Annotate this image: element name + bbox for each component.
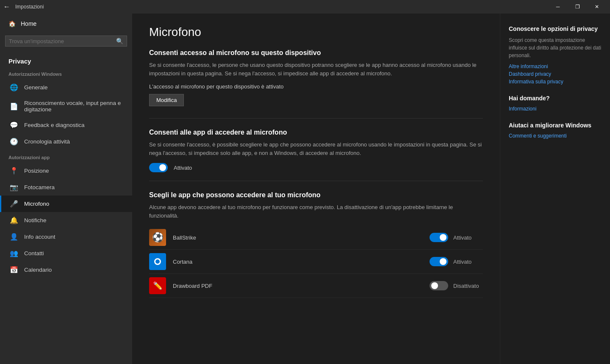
section-app-list: Scegli le app che possono accedere al tu…	[149, 191, 483, 298]
app-access-toggle-row: Attivato	[149, 163, 483, 172]
app-toggle-area-cortana: Attivato	[430, 257, 483, 266]
sidebar-item-notifiche[interactable]: 🔔 Notifiche	[0, 212, 132, 229]
app-toggle-area-ballstrike: Attivato	[430, 233, 483, 242]
search-input[interactable]	[9, 38, 116, 44]
sidebar-item-cronologia[interactable]: 🕐 Cronologia attività	[0, 133, 132, 150]
minimize-button[interactable]: ─	[548, 0, 568, 14]
app-title: Impostazioni	[15, 4, 548, 10]
divider2	[149, 181, 483, 181]
sidebar-item-label: Calendario	[24, 267, 52, 273]
section3-text: Alcune app devono accedere al tuo microf…	[149, 203, 483, 220]
contatti-icon: 👥	[10, 249, 18, 257]
app-status-drawboard: Disattivato	[453, 283, 483, 289]
altre-informazioni-link[interactable]: Altre informazioni	[509, 63, 602, 69]
app-row-drawboard: ✏️ Drawboard PDF Disattivato	[149, 274, 483, 298]
divider1	[149, 118, 483, 119]
feedback-icon: 💬	[10, 121, 18, 129]
section-device-access: Consenti accesso al microfono su questo …	[149, 49, 483, 118]
app-toggle-ballstrike[interactable]	[430, 233, 448, 242]
questions-heading: Hai domande?	[509, 95, 602, 102]
privacy-label: Privacy	[0, 52, 132, 66]
section1-heading: Consenti accesso al microfono su questo …	[149, 49, 483, 57]
riconoscimento-icon: 📄	[10, 102, 18, 110]
infoaccount-icon: 👤	[10, 233, 18, 241]
app-toggle-cortana[interactable]	[430, 257, 448, 266]
sidebar-item-label: Notifiche	[24, 217, 47, 223]
sidebar-item-contatti[interactable]: 👥 Contatti	[0, 245, 132, 262]
cortana-ring	[154, 258, 161, 265]
home-label: Home	[21, 20, 36, 27]
sidebar-item-fotocamera[interactable]: 📷 Fotocamera	[0, 179, 132, 196]
titlebar: ← Impostazioni ─ ❐ ✕	[0, 0, 610, 14]
cronologia-icon: 🕐	[10, 138, 18, 146]
dashboard-privacy-link[interactable]: Dashboard privacy	[509, 71, 602, 77]
sidebar-item-feedback[interactable]: 💬 Feedback e diagnostica	[0, 117, 132, 133]
informazioni-link[interactable]: Informazioni	[509, 106, 602, 112]
app-access-toggle[interactable]	[149, 163, 168, 172]
generale-icon: 🌐	[10, 83, 18, 91]
search-icon[interactable]: 🔍	[116, 38, 123, 44]
app-name-ballstrike: BallStrike	[173, 234, 430, 241]
app-icon-drawboard: ✏️	[149, 277, 166, 294]
app-name-cortana: Cortana	[173, 259, 430, 265]
microfono-icon: 🎤	[10, 200, 18, 208]
privacy-options-heading: Conoscere le opzioni di privacy	[509, 25, 602, 32]
app-toggle-area-drawboard: Disattivato	[430, 281, 483, 290]
section-app-access: Consenti alle app di accedere al microfo…	[149, 129, 483, 172]
app-status-ballstrike: Attivato	[453, 234, 483, 241]
main-layout: 🏠 Home 🔍 Privacy Autorizzazioni Windows …	[0, 14, 610, 364]
back-button[interactable]: ←	[3, 3, 10, 11]
improve-section: Aiutaci a migliorare Windows Commenti e …	[509, 122, 602, 139]
sidebar: 🏠 Home 🔍 Privacy Autorizzazioni Windows …	[0, 14, 132, 364]
app-name-drawboard: Drawboard PDF	[173, 283, 430, 289]
section3-heading: Scegli le app che possono accedere al tu…	[149, 191, 483, 199]
sidebar-item-home[interactable]: 🏠 Home	[0, 14, 132, 34]
app-icon-ballstrike: ⚽	[149, 229, 166, 246]
modify-button[interactable]: Modifica	[149, 94, 184, 106]
app-toggle-drawboard[interactable]	[430, 281, 448, 290]
app-row-cortana: Cortana Attivato	[149, 250, 483, 274]
windows-permissions-label: Autorizzazioni Windows	[0, 66, 132, 79]
search-box[interactable]: 🔍	[5, 36, 127, 47]
improve-heading: Aiutaci a migliorare Windows	[509, 122, 602, 129]
sidebar-item-label: Feedback e diagnostica	[24, 122, 85, 128]
sidebar-item-infoaccount[interactable]: 👤 Info account	[0, 229, 132, 245]
right-panel: Conoscere le opzioni di privacy Scopri c…	[500, 14, 610, 364]
content-area: Microfono Consenti accesso al microfono …	[132, 14, 500, 364]
sidebar-item-microfono[interactable]: 🎤 Microfono	[0, 196, 132, 212]
section2-heading: Consenti alle app di accedere al microfo…	[149, 129, 483, 136]
page-title: Microfono	[149, 25, 483, 39]
app-permissions-label: Autorizzazioni app	[0, 150, 132, 163]
fotocamera-icon: 📷	[10, 183, 18, 191]
sidebar-item-generale[interactable]: 🌐 Generale	[0, 79, 132, 96]
posizione-icon: 📍	[10, 167, 18, 175]
sidebar-item-label: Contatti	[24, 250, 44, 256]
sidebar-item-riconoscimento[interactable]: 📄 Riconoscimento vocale, input penna e d…	[0, 96, 132, 117]
sidebar-item-calendario[interactable]: 📅 Calendario	[0, 262, 132, 278]
sidebar-item-label: Cronologia attività	[24, 138, 70, 145]
close-button[interactable]: ✕	[587, 0, 607, 14]
app-status-cortana: Attivato	[453, 259, 483, 265]
sidebar-item-label: Fotocamera	[24, 184, 55, 190]
commenti-link[interactable]: Commenti e suggerimenti	[509, 133, 602, 139]
calendario-icon: 📅	[10, 266, 18, 274]
sidebar-item-label: Info account	[24, 234, 55, 240]
app-icon-cortana	[149, 253, 166, 270]
window-controls: ─ ❐ ✕	[548, 0, 607, 14]
privacy-options-text: Scopri come questa impostazione influisc…	[509, 36, 602, 59]
questions-section: Hai domande? Informazioni	[509, 95, 602, 112]
cortana-circle	[152, 256, 164, 267]
section2-text: Se si consente l'accesso, è possibile sc…	[149, 141, 483, 157]
maximize-button[interactable]: ❐	[568, 0, 587, 14]
section1-status: L'accesso al microfono per questo dispos…	[149, 83, 483, 90]
app-row-ballstrike: ⚽ BallStrike Attivato	[149, 226, 483, 250]
app-access-toggle-label: Attivato	[174, 165, 192, 171]
sidebar-item-label: Posizione	[24, 168, 49, 174]
section1-text: Se si consente l'accesso, le persone che…	[149, 61, 483, 77]
sidebar-item-posizione[interactable]: 📍 Posizione	[0, 163, 132, 179]
informativa-privacy-link[interactable]: Informativa sulla privacy	[509, 79, 602, 85]
sidebar-item-label: Riconoscimento vocale, input penna e dig…	[24, 100, 124, 113]
notifiche-icon: 🔔	[10, 216, 18, 224]
home-icon: 🏠	[8, 20, 16, 27]
sidebar-item-label: Generale	[24, 84, 48, 91]
